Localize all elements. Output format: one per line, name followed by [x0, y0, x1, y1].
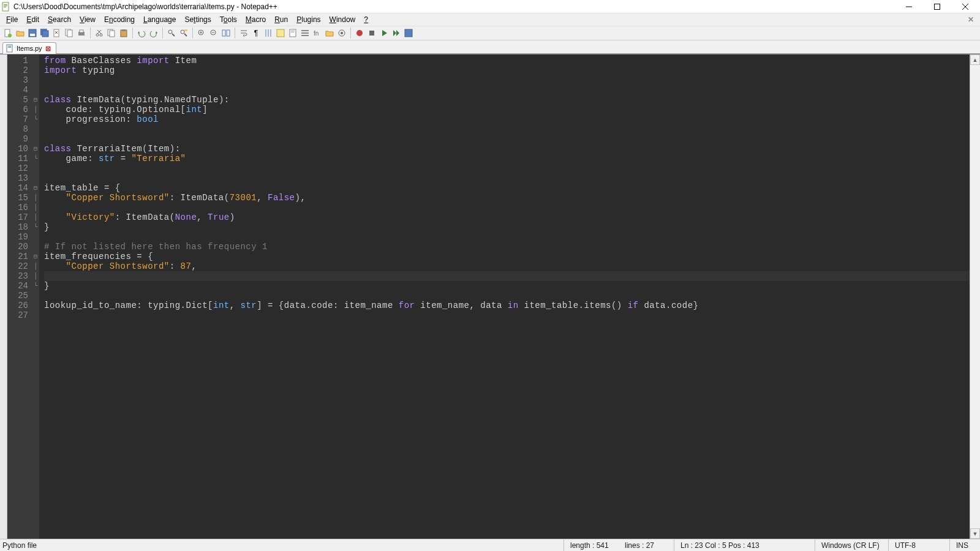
- replace-icon[interactable]: [178, 28, 189, 39]
- doc-map-icon[interactable]: [287, 28, 298, 39]
- svg-point-29: [168, 30, 172, 34]
- menu-view[interactable]: View: [76, 15, 99, 24]
- indent-guide-icon[interactable]: [263, 28, 274, 39]
- undo-icon[interactable]: [136, 28, 147, 39]
- redo-icon[interactable]: [148, 28, 159, 39]
- svg-rect-40: [227, 30, 230, 36]
- menu-run[interactable]: Run: [271, 15, 292, 24]
- toolbar: ¶ fn: [0, 26, 980, 40]
- menu-settings[interactable]: Settings: [181, 15, 214, 24]
- cut-icon[interactable]: [94, 28, 105, 39]
- close-file-icon[interactable]: [51, 28, 62, 39]
- doc-list-icon[interactable]: [300, 28, 311, 39]
- svg-point-53: [341, 32, 343, 34]
- tab-items-py[interactable]: Items.py ⊠: [2, 42, 56, 54]
- svg-rect-55: [369, 31, 374, 36]
- menu-macro[interactable]: Macro: [242, 15, 270, 24]
- svg-rect-56: [405, 29, 412, 37]
- svg-rect-39: [222, 30, 225, 36]
- svg-rect-18: [67, 30, 72, 37]
- window-controls: [900, 1, 974, 13]
- scrollbar-track[interactable]: [970, 65, 980, 528]
- window-title: C:\Users\Dood\Documents\tmp\Archipelago\…: [13, 2, 900, 11]
- paste-icon[interactable]: [118, 28, 129, 39]
- new-file-icon[interactable]: [2, 28, 13, 39]
- svg-rect-49: [301, 32, 309, 34]
- editor: 1234567891011121314151617181920212223242…: [0, 54, 980, 539]
- tab-label: Items.py: [17, 45, 42, 52]
- status-filetype: Python file: [0, 539, 233, 551]
- menubar: File Edit Search View Encoding Language …: [0, 13, 980, 26]
- menu-encoding[interactable]: Encoding: [100, 15, 138, 24]
- user-lang-icon[interactable]: [275, 28, 286, 39]
- save-macro-icon[interactable]: [403, 28, 414, 39]
- svg-point-22: [100, 34, 102, 36]
- sync-scroll-icon[interactable]: [221, 28, 232, 39]
- open-file-icon[interactable]: [15, 28, 26, 39]
- line-number-gutter[interactable]: 1234567891011121314151617181920212223242…: [7, 54, 32, 539]
- find-icon[interactable]: [166, 28, 177, 39]
- monitor-icon[interactable]: [336, 28, 347, 39]
- record-macro-icon[interactable]: [354, 28, 365, 39]
- scroll-up-icon[interactable]: ▲: [970, 54, 980, 65]
- svg-rect-28: [122, 29, 126, 31]
- menu-file[interactable]: File: [2, 15, 21, 24]
- word-wrap-icon[interactable]: [238, 28, 249, 39]
- menu-window[interactable]: Window: [326, 15, 360, 24]
- toolbar-separator: [192, 28, 193, 39]
- svg-rect-3: [4, 7, 6, 7]
- save-icon[interactable]: [27, 28, 38, 39]
- svg-rect-50: [301, 35, 309, 36]
- minimize-button[interactable]: [900, 1, 918, 13]
- maximize-button[interactable]: [929, 1, 946, 13]
- toolbar-separator: [132, 28, 133, 39]
- svg-point-21: [96, 34, 99, 36]
- svg-rect-45: [290, 29, 296, 37]
- vertical-scrollbar[interactable]: ▲ ▼: [970, 54, 980, 539]
- zoom-in-icon[interactable]: [196, 28, 207, 39]
- status-lines: lines : 27: [619, 539, 674, 551]
- svg-text:fn: fn: [314, 30, 318, 37]
- stop-macro-icon[interactable]: [366, 28, 377, 39]
- menu-help[interactable]: ?: [360, 15, 372, 24]
- code-area[interactable]: from BaseClasses import Itemimport typin…: [39, 54, 970, 539]
- fold-gutter[interactable]: ⊟│└⊟└⊟│││└⊟││└: [32, 54, 39, 539]
- svg-rect-58: [8, 46, 11, 47]
- toolbar-separator: [90, 28, 91, 39]
- svg-rect-33: [184, 29, 187, 31]
- svg-rect-5: [935, 4, 940, 9]
- menu-language[interactable]: Language: [140, 15, 179, 24]
- toolbar-separator: [350, 28, 351, 39]
- close-button[interactable]: [957, 1, 974, 13]
- menu-search[interactable]: Search: [44, 15, 75, 24]
- menu-plugins[interactable]: Plugins: [293, 15, 324, 24]
- svg-line-30: [172, 34, 175, 36]
- tab-close-icon[interactable]: ⊠: [45, 45, 52, 52]
- svg-rect-26: [110, 31, 115, 37]
- svg-rect-48: [301, 30, 309, 31]
- function-list-icon[interactable]: fn: [312, 28, 323, 39]
- menu-edit[interactable]: Edit: [23, 15, 43, 24]
- toolbar-separator: [235, 28, 235, 39]
- folder-workspace-icon[interactable]: [324, 28, 335, 39]
- zoom-out-icon[interactable]: [208, 28, 219, 39]
- svg-point-54: [356, 30, 363, 36]
- svg-rect-2: [4, 6, 7, 6]
- svg-rect-57: [7, 45, 12, 52]
- statusbar: Python file length : 541 lines : 27 Ln :…: [0, 539, 980, 551]
- svg-rect-46: [291, 31, 295, 31]
- svg-rect-59: [8, 47, 11, 48]
- bookmark-margin[interactable]: [0, 54, 7, 539]
- show-all-chars-icon[interactable]: ¶: [251, 28, 262, 39]
- titlebar: C:\Users\Dood\Documents\tmp\Archipelago\…: [0, 0, 980, 13]
- close-all-icon[interactable]: [64, 28, 75, 39]
- play-macro-icon[interactable]: [379, 28, 390, 39]
- tab-bar: Items.py ⊠: [0, 40, 980, 54]
- playback-multi-icon[interactable]: [391, 28, 402, 39]
- save-all-icon[interactable]: [39, 28, 50, 39]
- close-document-button[interactable]: ✕: [964, 15, 978, 24]
- scroll-down-icon[interactable]: ▼: [970, 528, 980, 539]
- copy-icon[interactable]: [106, 28, 117, 39]
- menu-tools[interactable]: Tools: [216, 15, 241, 24]
- print-icon[interactable]: [76, 28, 87, 39]
